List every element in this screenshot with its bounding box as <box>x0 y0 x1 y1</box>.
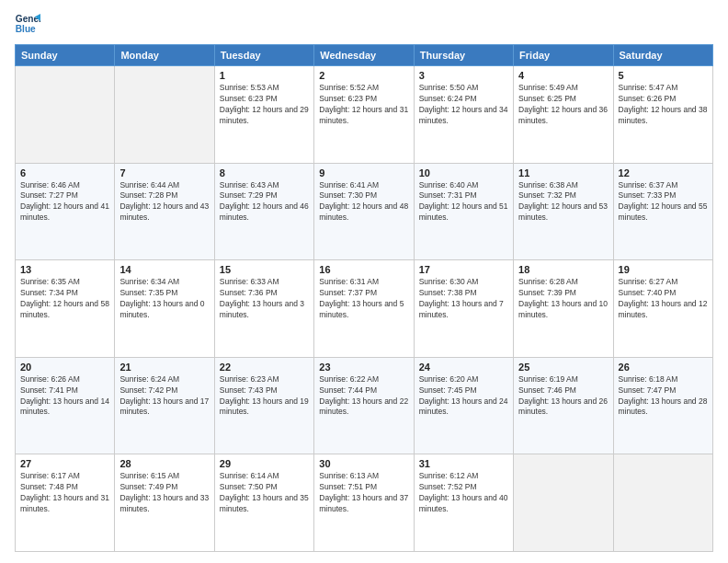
daylight-label: Daylight: 13 hours and 31 minutes. <box>20 493 109 513</box>
sunset-label: Sunset: 7:27 PM <box>20 190 78 200</box>
daylight-label: Daylight: 13 hours and 24 minutes. <box>419 396 508 417</box>
calendar-cell <box>514 454 613 552</box>
sunrise-label: Sunrise: 6:43 AM <box>220 180 279 190</box>
sunrise-label: Sunrise: 6:13 AM <box>319 471 379 480</box>
daylight-label: Daylight: 12 hours and 55 minutes. <box>619 201 708 222</box>
sunset-label: Sunset: 6:26 PM <box>619 94 677 103</box>
sunrise-label: Sunrise: 6:31 AM <box>319 277 379 286</box>
day-info: Sunrise: 6:15 AM Sunset: 7:49 PM Dayligh… <box>119 471 209 515</box>
calendar-cell: 25 Sunrise: 6:19 AM Sunset: 7:46 PM Dayl… <box>514 357 613 454</box>
day-number: 3 <box>419 70 508 81</box>
sunrise-label: Sunrise: 5:53 AM <box>220 83 279 92</box>
sunrise-label: Sunrise: 6:12 AM <box>419 471 479 480</box>
calendar-week-4: 27 Sunrise: 6:17 AM Sunset: 7:48 PM Dayl… <box>16 454 713 552</box>
sunrise-label: Sunrise: 6:26 AM <box>20 374 80 384</box>
day-info: Sunrise: 6:33 AM Sunset: 7:36 PM Dayligh… <box>220 277 309 321</box>
header: General Blue <box>15 11 713 37</box>
calendar-cell <box>16 66 115 164</box>
day-number: 14 <box>119 264 209 275</box>
sunrise-label: Sunrise: 6:17 AM <box>20 471 80 480</box>
daylight-label: Daylight: 13 hours and 3 minutes. <box>220 299 304 319</box>
calendar-cell: 23 Sunrise: 6:22 AM Sunset: 7:44 PM Dayl… <box>314 357 414 454</box>
calendar-cell: 14 Sunrise: 6:34 AM Sunset: 7:35 PM Dayl… <box>115 260 214 358</box>
calendar-cell: 9 Sunrise: 6:41 AM Sunset: 7:30 PM Dayli… <box>314 163 414 260</box>
sunrise-label: Sunrise: 6:41 AM <box>319 180 379 190</box>
calendar-cell: 8 Sunrise: 6:43 AM Sunset: 7:29 PM Dayli… <box>214 163 313 260</box>
sunset-label: Sunset: 7:51 PM <box>319 482 377 491</box>
sunset-label: Sunset: 6:23 PM <box>319 94 377 103</box>
calendar-cell: 7 Sunrise: 6:44 AM Sunset: 7:28 PM Dayli… <box>115 163 214 260</box>
header-row: Sunday Monday Tuesday Wednesday Thursday… <box>16 45 713 66</box>
day-number: 6 <box>20 167 109 178</box>
daylight-label: Daylight: 13 hours and 40 minutes. <box>419 493 508 513</box>
day-number: 7 <box>119 167 209 178</box>
col-saturday: Saturday <box>613 45 712 66</box>
daylight-label: Daylight: 13 hours and 14 minutes. <box>20 396 109 417</box>
day-info: Sunrise: 5:47 AM Sunset: 6:26 PM Dayligh… <box>619 83 708 127</box>
calendar-body: 1 Sunrise: 5:53 AM Sunset: 6:23 PM Dayli… <box>16 66 713 552</box>
sunset-label: Sunset: 7:45 PM <box>419 385 477 395</box>
calendar-cell: 30 Sunrise: 6:13 AM Sunset: 7:51 PM Dayl… <box>314 454 414 552</box>
calendar-cell: 6 Sunrise: 6:46 AM Sunset: 7:27 PM Dayli… <box>16 163 115 260</box>
sunset-label: Sunset: 7:37 PM <box>319 288 377 297</box>
daylight-label: Daylight: 12 hours and 53 minutes. <box>518 201 608 222</box>
calendar-cell: 3 Sunrise: 5:50 AM Sunset: 6:24 PM Dayli… <box>414 66 513 164</box>
calendar-week-3: 20 Sunrise: 6:26 AM Sunset: 7:41 PM Dayl… <box>16 357 713 454</box>
sunset-label: Sunset: 7:47 PM <box>619 385 677 395</box>
daylight-label: Daylight: 13 hours and 0 minutes. <box>119 299 204 319</box>
sunset-label: Sunset: 7:46 PM <box>518 385 576 395</box>
sunrise-label: Sunrise: 6:28 AM <box>518 277 578 286</box>
day-info: Sunrise: 6:44 AM Sunset: 7:28 PM Dayligh… <box>119 180 209 224</box>
day-info: Sunrise: 6:17 AM Sunset: 7:48 PM Dayligh… <box>20 471 109 515</box>
day-number: 25 <box>518 362 608 373</box>
calendar-cell: 20 Sunrise: 6:26 AM Sunset: 7:41 PM Dayl… <box>16 357 115 454</box>
day-number: 21 <box>119 362 209 373</box>
calendar-cell: 10 Sunrise: 6:40 AM Sunset: 7:31 PM Dayl… <box>414 163 513 260</box>
daylight-label: Daylight: 12 hours and 36 minutes. <box>518 105 608 125</box>
col-tuesday: Tuesday <box>214 45 313 66</box>
day-info: Sunrise: 5:52 AM Sunset: 6:23 PM Dayligh… <box>319 83 408 127</box>
day-info: Sunrise: 6:31 AM Sunset: 7:37 PM Dayligh… <box>319 277 408 321</box>
sunrise-label: Sunrise: 6:24 AM <box>119 374 179 384</box>
sunrise-label: Sunrise: 5:52 AM <box>319 83 379 92</box>
col-friday: Friday <box>514 45 613 66</box>
day-number: 23 <box>319 362 408 373</box>
sunset-label: Sunset: 7:34 PM <box>20 288 78 297</box>
calendar-cell <box>613 454 712 552</box>
sunrise-label: Sunrise: 6:44 AM <box>119 180 179 190</box>
sunrise-label: Sunrise: 6:18 AM <box>619 374 678 384</box>
day-number: 2 <box>319 70 408 81</box>
day-number: 10 <box>419 167 508 178</box>
day-info: Sunrise: 6:13 AM Sunset: 7:51 PM Dayligh… <box>319 471 408 515</box>
day-info: Sunrise: 5:53 AM Sunset: 6:23 PM Dayligh… <box>220 83 309 127</box>
calendar-cell: 31 Sunrise: 6:12 AM Sunset: 7:52 PM Dayl… <box>414 454 513 552</box>
day-info: Sunrise: 6:30 AM Sunset: 7:38 PM Dayligh… <box>419 277 508 321</box>
sunset-label: Sunset: 7:49 PM <box>119 482 177 491</box>
calendar-cell <box>115 66 214 164</box>
sunset-label: Sunset: 7:50 PM <box>220 482 278 491</box>
day-info: Sunrise: 5:50 AM Sunset: 6:24 PM Dayligh… <box>419 83 508 127</box>
day-info: Sunrise: 6:22 AM Sunset: 7:44 PM Dayligh… <box>319 374 408 419</box>
calendar-cell: 21 Sunrise: 6:24 AM Sunset: 7:42 PM Dayl… <box>115 357 214 454</box>
day-info: Sunrise: 6:20 AM Sunset: 7:45 PM Dayligh… <box>419 374 508 419</box>
sunrise-label: Sunrise: 6:23 AM <box>220 374 279 384</box>
page: General Blue Sunday Monday Tuesday Wedne… <box>0 0 728 563</box>
calendar-cell: 11 Sunrise: 6:38 AM Sunset: 7:32 PM Dayl… <box>514 163 613 260</box>
day-number: 1 <box>220 70 309 81</box>
daylight-label: Daylight: 12 hours and 34 minutes. <box>419 105 508 125</box>
sunset-label: Sunset: 6:23 PM <box>220 94 278 103</box>
daylight-label: Daylight: 12 hours and 38 minutes. <box>619 105 708 125</box>
day-number: 12 <box>619 167 708 178</box>
day-info: Sunrise: 6:26 AM Sunset: 7:41 PM Dayligh… <box>20 374 109 419</box>
calendar-week-2: 13 Sunrise: 6:35 AM Sunset: 7:34 PM Dayl… <box>16 260 713 358</box>
daylight-label: Daylight: 12 hours and 31 minutes. <box>319 105 408 125</box>
sunrise-label: Sunrise: 5:47 AM <box>619 83 678 92</box>
daylight-label: Daylight: 13 hours and 17 minutes. <box>119 396 209 417</box>
daylight-label: Daylight: 13 hours and 7 minutes. <box>419 299 504 319</box>
daylight-label: Daylight: 13 hours and 10 minutes. <box>518 299 608 319</box>
day-number: 20 <box>20 362 109 373</box>
day-info: Sunrise: 6:43 AM Sunset: 7:29 PM Dayligh… <box>220 180 309 224</box>
day-number: 8 <box>220 167 309 178</box>
day-number: 27 <box>20 458 109 469</box>
daylight-label: Daylight: 12 hours and 58 minutes. <box>20 299 109 319</box>
